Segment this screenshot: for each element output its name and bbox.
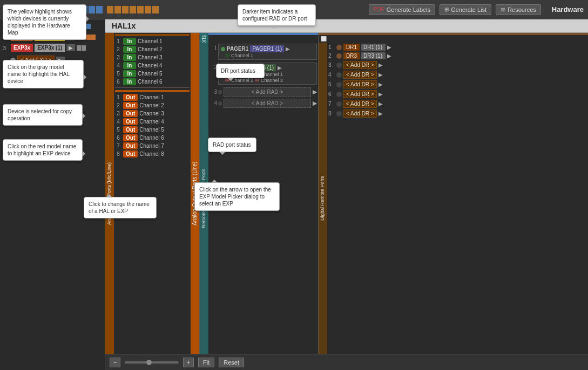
dr-add-dot — [336, 82, 342, 87]
channel-row: 5 Out Channel 5 — [115, 126, 190, 133]
add-rad-row: < Add RAD > ▶ — [218, 99, 317, 108]
add-dr-arrow[interactable]: ▶ — [379, 101, 383, 107]
zoom-out-button[interactable]: − — [110, 358, 120, 367]
dr-model-box[interactable]: DR1 (1) — [361, 44, 386, 51]
in-badge[interactable]: In — [123, 62, 136, 69]
rad-arrow[interactable]: ▶ — [278, 65, 282, 71]
out-badge[interactable]: Out — [123, 102, 138, 109]
dr-add-dot — [336, 72, 342, 78]
connector-blue-2 — [89, 6, 95, 13]
device-row: 3 EXP3x EXP3x (1) ▶ — [2, 43, 103, 52]
hal-panel-title: HAL1x — [105, 19, 588, 33]
out-badge[interactable]: Out — [123, 142, 138, 149]
conn-seg-gray — [82, 45, 86, 51]
device-number: 3 — [3, 45, 9, 51]
zoom-slider[interactable] — [125, 361, 179, 364]
zoom-in-button[interactable]: + — [183, 358, 194, 367]
add-dr-arrow[interactable]: ▶ — [379, 72, 383, 78]
toolbar-right: PDF Generate Labels ⊞ Generate List ⚖ Re… — [369, 4, 541, 15]
connector-orange-6 — [145, 6, 151, 13]
generate-labels-button[interactable]: PDF Generate Labels — [369, 4, 435, 15]
channel-row: 3 Out Channel 3 — [115, 110, 190, 117]
dr-add-dot — [336, 101, 342, 107]
connector-orange-3 — [122, 6, 129, 13]
out-badge[interactable]: Out — [123, 150, 138, 157]
add-dr-button-7[interactable]: < Add DR > — [343, 100, 377, 108]
dr-inner: Digital Remote Ports 1 DR1 DR1 (1) ▶ 2 — [319, 43, 588, 354]
pager-device-card[interactable]: PAGER1 PAGER1 (1) ▶ Channel 1 — [218, 44, 317, 60]
dr-add-dot — [336, 111, 342, 117]
add-dr-arrow[interactable]: ▶ — [379, 62, 383, 68]
device-name-button[interactable]: EXP3x — [11, 44, 33, 52]
channel-row: 1 Out Channel 1 — [115, 94, 190, 101]
add-rad-button-4[interactable]: < Add RAD > — [224, 99, 311, 108]
add-dr-arrow[interactable]: ▶ — [379, 81, 383, 87]
dr-port-list: 1 DR1 DR1 (1) ▶ 2 DR3 DR3 (1) ▶ — [327, 43, 588, 354]
add-dr-arrow[interactable]: ▶ — [379, 91, 383, 97]
dr-name-button[interactable]: DR3 — [343, 52, 360, 59]
in-badge[interactable]: In — [123, 54, 136, 61]
out-badge[interactable]: Out — [123, 118, 138, 125]
add-dr-button-5[interactable]: < Add DR > — [343, 80, 377, 88]
channel-row: 4 In Channel 4 — [115, 62, 190, 69]
add-dr-button-3[interactable]: < Add DR > — [343, 61, 377, 69]
input-section-indicator — [115, 34, 190, 36]
in-badge[interactable]: In — [123, 78, 136, 85]
dr-section-header: ⬜ — [319, 35, 588, 43]
pager-arrow[interactable]: ▶ — [286, 46, 290, 52]
reset-button[interactable]: Reset — [219, 358, 244, 367]
dr-add-dot — [336, 63, 342, 68]
add-dr-button-4[interactable]: < Add DR > — [343, 71, 377, 79]
dr-arrow[interactable]: ▶ — [387, 44, 391, 50]
dr-name-button[interactable]: DR1 — [343, 44, 360, 51]
dr-port-row-3: 3 < Add DR > ▶ — [328, 61, 587, 69]
pager-model[interactable]: PAGER1 (1) — [250, 45, 284, 52]
out-badge[interactable]: Out — [123, 126, 138, 133]
add-rad-arrow[interactable]: ▶ — [313, 88, 317, 95]
tooltip-dr-port-status: DR port status — [216, 64, 265, 78]
resources-button[interactable]: ⚖ Resources — [496, 4, 541, 15]
input-channel-list: 1 In Channel 1 2 In Channel 2 3 In Chann… — [114, 33, 191, 354]
out-badge[interactable]: Out — [123, 110, 138, 117]
tooltip-darker-item: Darker item indicates a configured RAD o… — [238, 4, 316, 26]
connector-blue-3 — [96, 6, 103, 13]
channel-row: 2 Out Channel 2 — [115, 102, 190, 109]
tooltip-gray-model: Click on the gray model name to highligh… — [3, 60, 84, 88]
dr-vert-label: Digital Remote Ports — [319, 43, 327, 354]
connector-orange-2 — [114, 6, 121, 13]
add-rad-button-3[interactable]: < Add RAD > — [224, 87, 311, 97]
connector-orange-5 — [137, 6, 144, 13]
remote-device-row-4: 4 < Add RAD > ▶ — [209, 99, 317, 108]
in-badge[interactable]: In — [123, 70, 136, 77]
tooltip-red-model: Click on the red model name to highlight… — [3, 139, 83, 161]
channel-row: 7 Out Channel 7 — [115, 142, 190, 149]
hal-inner: Analog Input Ports (Mic/Line) 1 In Chann… — [105, 33, 588, 354]
dr-port-row-8: 8 < Add DR > ▶ — [328, 109, 587, 118]
add-dr-button-8[interactable]: < Add DR > — [343, 109, 377, 118]
in-badge[interactable]: In — [123, 46, 136, 53]
tooltip-device-selected: Device is selected for copy operation — [3, 104, 83, 126]
tooltip-arrow — [227, 78, 234, 84]
dr-arrow[interactable]: ▶ — [387, 53, 391, 59]
device-conn-bar — [77, 45, 86, 51]
fit-button[interactable]: Fit — [198, 358, 214, 367]
bottom-bar: − + Fit Reset — [105, 354, 588, 370]
device-arrow-button[interactable]: ▶ — [66, 44, 75, 51]
resources-icon: ⚖ — [501, 6, 505, 12]
tooltip-rad-port-status: RAD port status — [208, 138, 256, 152]
add-rad-arrow[interactable]: ▶ — [313, 100, 317, 107]
zoom-slider-thumb[interactable] — [146, 360, 152, 365]
tooltip-arrow — [86, 16, 92, 22]
in-badge[interactable]: In — [123, 38, 136, 45]
dr-model-box[interactable]: DR3 (1) — [361, 52, 386, 59]
generate-list-button[interactable]: ⊞ Generate List — [440, 4, 491, 15]
out-badge[interactable]: Out — [123, 94, 138, 101]
dr-status-dot — [336, 53, 342, 59]
conn-seg-orange — [86, 35, 91, 40]
add-dr-button-6[interactable]: < Add DR > — [343, 90, 377, 98]
analog-input-section: Analog Input Ports (Mic/Line) 1 In Chann… — [105, 33, 200, 354]
out-badge[interactable]: Out — [123, 134, 138, 141]
device-model-box[interactable]: EXP3x (1) — [35, 44, 65, 52]
channel-row: 6 In Channel 6 — [115, 78, 190, 85]
add-dr-arrow[interactable]: ▶ — [379, 111, 383, 117]
